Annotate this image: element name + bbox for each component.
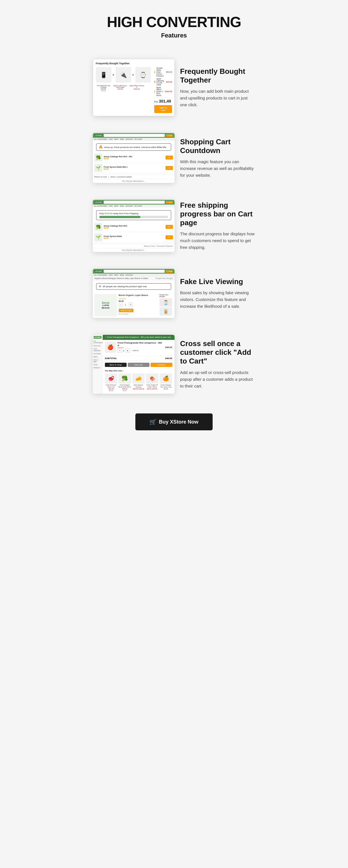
countdown-qty-btn-2[interactable]: 1 ▾ [166,166,173,170]
shipping-product-2: 🌱 Fresh Sprout Alfafa $2.99 1 ▾ [94,234,173,243]
feature-crosssell-text: Cross sell once a customer click "Add to… [180,339,256,390]
shipping-product-1: 🥦 Savoy Cabbage Red 3KG $4.55 1 ▾ [94,223,173,232]
feature-shipping-heading: Free shipping progress bar on Cart page [180,201,256,227]
countdown-cart-btn[interactable]: 🛒 Cart [166,134,173,137]
fire-icon: 🔥 [99,145,103,149]
crosssell-sidebar: xSTORE ALL CATEGORIES Fresh Fruit Fresh … [93,335,103,394]
cta-button[interactable]: 🛒 Buy XStore Now [135,413,212,430]
fbt-products-row: 📱 + 🔌 + ⌚ [96,67,151,83]
fbt-checkbox-3[interactable] [154,90,155,93]
crosssell-grid-img-4: 🍖 [146,373,158,383]
feature-shipping-text: Free shipping progress bar on Cart page … [180,201,256,251]
cta-cart-icon: 🛒 [149,418,156,425]
feature-fbt-text: Frequently Bought Together Now, you can … [180,67,256,108]
feature-crosssell: xSTORE ALL CATEGORIES Fresh Fruit Fresh … [87,327,261,402]
crosssell-view-btn[interactable]: View Cart [128,363,149,367]
crosssell-unit-price: × $40.00 [132,350,139,351]
feature-countdown-heading: Shopping Cart Countdown [180,137,256,155]
shipping-nav: ALL CATEGORIES CART MEAT WINE GROCERY BU… [93,205,175,208]
viewing-services-link[interactable]: Our Services [119,313,157,315]
sidebar-meat[interactable]: Fresh Meat [94,352,102,355]
viewing-also-bought-label: People Also Bought [155,277,173,279]
shipping-banner: Only $178.00 away from Free Shipping [96,210,171,220]
viewing-mock-screen: xSTORE 🛒 Cart ALL CATEGORIES CART MEAT W… [93,269,175,318]
related-product-1: 🫙 [160,298,172,307]
feature-liveviewing-row: Fake Live Viewing Boost sales by showing… [87,260,261,327]
shipping-qty-btn-2[interactable]: 1 ▾ [166,235,173,239]
feature-viewing-image: xSTORE 🛒 Cart ALL CATEGORIES CART MEAT W… [93,269,175,318]
feature-countdown-text: Shopping Cart Countdown With this magic … [180,137,256,179]
crosssell-grid-img-5: 🍊 [160,373,172,383]
feature-freeshipping: xSTORE 🛒 Cart ALL CATEGORIES CART MEAT W… [87,191,261,260]
viewing-product-img: biona LUPINBEANS [94,294,117,316]
related-product-2: 🥫 [160,307,172,316]
shipping-product-info-1: Savoy Cabbage Red 3KG $4.55 [104,225,164,229]
crosssell-subtotal-row: SUBTOTAL $40.00 [103,356,175,361]
crosssell-grid-name-2: Fresh Organic Broccoli Bo 500 G [118,384,131,388]
feature-shipping-image: xSTORE 🛒 Cart ALL CATEGORIES CART MEAT W… [93,200,175,252]
shipping-store-logo: xSTORE [94,201,103,204]
fbt-price-3: $329.00 [165,90,172,92]
qty-plus-btn[interactable]: + [129,303,133,307]
countdown-search-bar[interactable] [104,134,165,137]
feature-countdown-row: Shopping Cart Countdown With this magic … [87,125,261,191]
crosssell-toast: ✓ Fresh Pomegranate Red Jonaprince - 800… [103,335,175,340]
countdown-qty-btn-1[interactable]: 1 ▾ [166,156,173,159]
fbt-checkbox-1[interactable] [154,71,155,73]
crosssell-product-row: 🍎 Fresh Pomegranate Red Jonaprince - 800… [105,342,172,353]
crosssell-product-name: Fresh Pomegranate Red Jonaprince - 800 G [118,342,164,347]
fbt-price-1: $52.00 [166,71,172,73]
crosssell-grid-item-1: 🥩 Fresh Premium Beef 1 Kg $43.00 $59.95 [105,373,118,392]
feature-viewing-text: Fake Live Viewing Boost sales by showing… [180,277,256,310]
viewing-people-bought: People Also Bought [160,294,173,297]
hero-subtitle: Features [96,32,253,39]
sidebar-fresh-veg[interactable]: Fresh Vegetables [94,347,102,352]
crosssell-grid-oldprice-2: $6.00 [118,390,131,392]
eye-icon: 👁 [99,285,102,288]
shipping-product-info-2: Fresh Sprout Alfafa $2.99 [104,235,164,239]
shipping-also-like: You Pay Be Interested In... [122,249,145,251]
fbt-product-1: 📱 [96,67,111,83]
sidebar-dairy[interactable]: Dairy & Eggs [94,359,102,363]
shipping-product-img-1: 🥦 [94,223,103,231]
fbt-product-3: ⌚ [135,67,151,83]
shipping-mock-screen: xSTORE 🛒 Cart ALL CATEGORIES CART MEAT W… [93,200,175,252]
countdown-also-like: You Pay Be Interested In... [122,180,145,182]
countdown-product-info-2: Fresh Sprout Alfafa 862-1 $2.99 [104,166,164,170]
feature-countdown: Shopping Cart Countdown With this magic … [87,125,261,191]
fbt-mock-title: Frequently Bought Together [96,62,171,65]
crosssell-line-price: $40.00 [165,346,172,349]
feature-fbt-heading: Frequently Bought Together [180,67,256,85]
crosssell-checkout-btn[interactable]: Checkout [151,363,172,367]
crosssell-qty-minus[interactable]: − [118,348,122,353]
shipping-search-bar[interactable] [104,200,165,204]
countdown-timer: 07m 17s [157,146,166,149]
viewing-search-bar[interactable] [104,270,165,273]
shipping-qty-btn-1[interactable]: 1 ▾ [166,225,173,229]
viewing-cart-btn[interactable]: 🛒 Cart [166,270,173,273]
fbt-price-2: $19.00 [166,81,172,83]
viewing-count: 17 [103,285,106,288]
crosssell-back-btn[interactable]: Back To Shop [105,363,127,367]
viewing-store-logo: xSTORE [94,270,103,273]
qty-minus-btn[interactable]: − [119,303,123,307]
crosssell-qty-plus[interactable]: + [125,348,130,353]
fbt-item-2: Apple Lightning to USB Cable $19.00 [154,78,172,86]
feature-fbt-image: Frequently Bought Together 📱 + 🔌 + ⌚ T [93,59,175,116]
sidebar-product[interactable]: PRODUCT [94,366,102,369]
shipping-cart-btn[interactable]: 🛒 Cart [166,201,173,204]
sidebar-all-categories[interactable]: ALL CATEGORIES [94,340,102,344]
viewing-add-btn[interactable]: Add To Cart [119,309,134,312]
fbt-checkbox-2[interactable] [154,81,155,83]
countdown-mock-screen: xSTORE 🛒 Cart ALL CATEGORIES CART MEAT W… [93,133,175,183]
fbt-add-btn[interactable]: Add To Cart [154,105,172,113]
fbt-mock-screen: Frequently Bought Together 📱 + 🔌 + ⌚ T [93,59,175,116]
fbt-item-3: Apple Watch Series 4 GPS, 40mm $329.00 [154,87,172,96]
crosssell-grid-price-5: $1.00 [160,388,172,390]
sidebar-bakery[interactable]: Bakery [94,355,102,359]
sidebar-fresh-fruit[interactable]: Fresh Fruit [94,344,102,347]
viewing-breadcrumb: Angela's Bioomlchkappa Sweet & Salty Lup… [94,277,148,279]
sidebar-frozen[interactable]: Frozen [94,363,102,366]
viewing-store-header: xSTORE 🛒 Cart [93,269,175,274]
crosssell-grid-img-1: 🥩 [105,373,118,383]
